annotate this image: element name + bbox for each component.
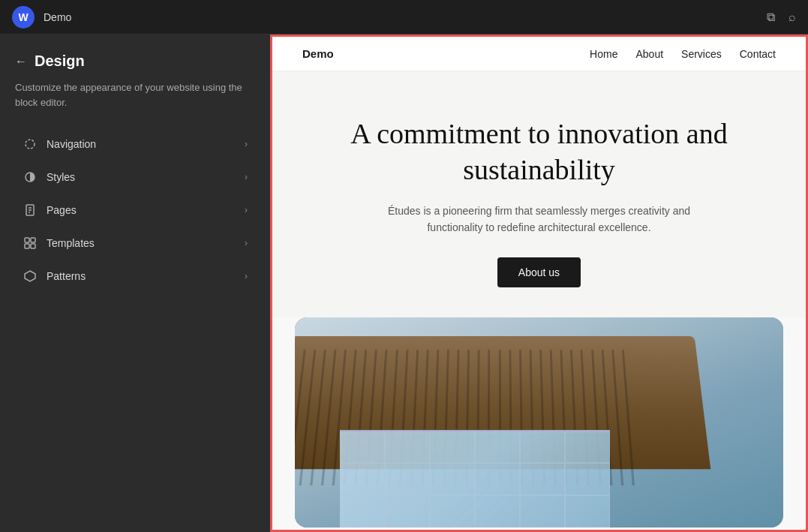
site-name-label: Demo <box>44 11 71 23</box>
sidebar-title: Design <box>35 53 85 70</box>
sidebar-item-navigation[interactable]: Navigation › <box>15 128 255 161</box>
nav-link-contact[interactable]: Contact <box>740 48 776 60</box>
sidebar-item-label-styles: Styles <box>47 171 236 183</box>
sidebar: ← Design Customize the appearance of you… <box>0 0 270 532</box>
site-logo: Demo <box>302 47 334 60</box>
glass-grid <box>340 431 610 527</box>
building-glass <box>340 430 610 527</box>
hero-image <box>295 317 783 527</box>
chevron-right-icon: › <box>245 139 248 149</box>
preview-frame: Demo Home About Services Contact A commi… <box>270 35 808 532</box>
back-arrow-icon: ← <box>15 55 27 68</box>
templates-icon <box>23 236 38 251</box>
building-visual <box>295 317 783 527</box>
external-link-icon[interactable]: ⧉ <box>767 11 775 24</box>
site-nav: Demo Home About Services Contact <box>272 37 806 71</box>
patterns-icon <box>23 269 38 284</box>
sidebar-menu: Navigation › Styles › <box>15 128 255 293</box>
styles-icon <box>23 170 38 185</box>
wordpress-logo[interactable]: W <box>12 6 35 29</box>
sidebar-item-templates[interactable]: Templates › <box>15 227 255 260</box>
nav-link-home[interactable]: Home <box>590 48 617 60</box>
sidebar-description: Customize the appearance of your website… <box>15 80 255 110</box>
chevron-right-icon: › <box>245 271 248 281</box>
svg-rect-6 <box>25 238 29 242</box>
top-bar-actions: ⧉ ⌕ <box>767 11 796 24</box>
svg-point-0 <box>26 140 35 149</box>
nav-link-services[interactable]: Services <box>681 48 722 60</box>
svg-rect-7 <box>31 238 35 242</box>
sidebar-item-label-patterns: Patterns <box>47 270 236 282</box>
top-bar: W Demo ⧉ ⌕ <box>0 0 808 35</box>
hero-heading: A commitment to innovation and sustainab… <box>344 116 734 188</box>
svg-rect-8 <box>25 244 29 248</box>
nav-link-about[interactable]: About <box>635 48 663 60</box>
svg-marker-10 <box>25 271 35 281</box>
about-us-button[interactable]: About us <box>497 257 581 287</box>
chevron-right-icon: › <box>245 172 248 182</box>
site-hero: A commitment to innovation and sustainab… <box>272 71 806 317</box>
pages-icon <box>23 203 38 218</box>
site-nav-links: Home About Services Contact <box>590 48 776 60</box>
preview-area: Demo Home About Services Contact A commi… <box>270 0 808 532</box>
hero-subtext: Études is a pioneering firm that seamles… <box>374 203 704 236</box>
search-icon[interactable]: ⌕ <box>788 11 796 24</box>
chevron-right-icon: › <box>245 205 248 215</box>
sidebar-item-label-templates: Templates <box>47 237 236 249</box>
sidebar-item-patterns[interactable]: Patterns › <box>15 260 255 293</box>
navigation-icon <box>23 137 38 152</box>
svg-rect-9 <box>31 244 35 248</box>
sidebar-item-styles[interactable]: Styles › <box>15 161 255 194</box>
sidebar-item-pages[interactable]: Pages › <box>15 194 255 227</box>
chevron-right-icon: › <box>245 238 248 248</box>
sidebar-item-label-navigation: Navigation <box>47 138 236 150</box>
sidebar-item-label-pages: Pages <box>47 204 236 216</box>
sidebar-back-button[interactable]: ← Design <box>15 53 255 70</box>
